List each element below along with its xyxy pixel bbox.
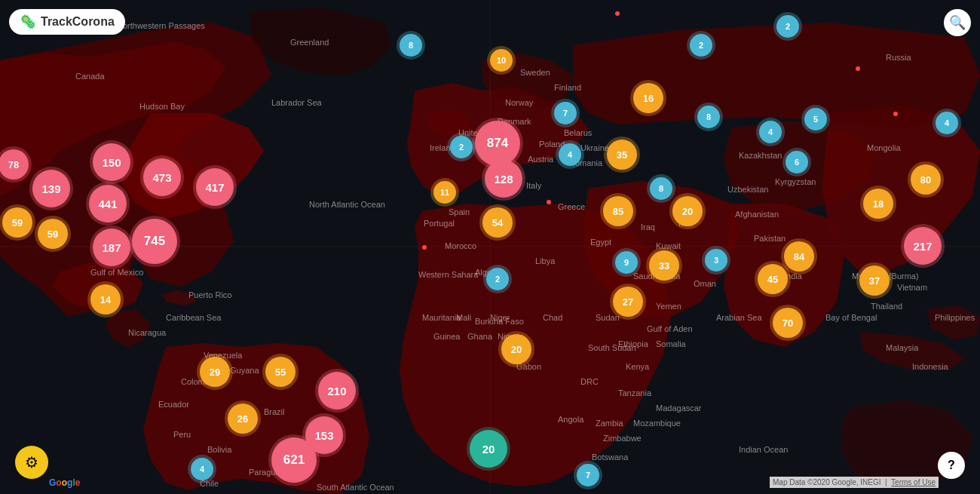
cluster-marker[interactable]: 20 xyxy=(672,196,703,226)
cluster-marker[interactable]: 33 xyxy=(649,250,679,281)
cluster-marker[interactable]: 27 xyxy=(613,287,643,317)
footer-text: Map Data ©2020 Google, INEGI | Terms of … xyxy=(770,477,939,488)
cluster-marker[interactable]: 20 xyxy=(470,430,507,468)
cluster-marker[interactable]: 217 xyxy=(904,227,942,265)
cluster-marker[interactable]: 45 xyxy=(758,264,788,294)
cluster-marker[interactable]: 187 xyxy=(93,229,130,266)
map-container: CanadaHudson BayLabrador SeaGreenlandNor… xyxy=(0,0,980,494)
search-button[interactable]: 🔍 xyxy=(944,9,971,36)
cluster-marker[interactable]: 441 xyxy=(89,185,127,222)
cluster-marker[interactable]: 2 xyxy=(486,268,509,290)
cluster-marker[interactable]: 29 xyxy=(200,357,230,387)
cluster-marker[interactable]: 11 xyxy=(433,181,456,204)
cluster-marker[interactable]: 59 xyxy=(38,219,68,249)
cluster-marker[interactable]: 6 xyxy=(786,151,808,173)
help-button[interactable]: ? xyxy=(938,452,965,479)
cluster-marker[interactable]: 9 xyxy=(615,251,638,274)
cluster-marker[interactable]: 85 xyxy=(603,196,633,226)
cluster-marker[interactable]: 745 xyxy=(132,219,177,264)
cluster-marker[interactable]: 70 xyxy=(773,308,803,338)
cluster-marker[interactable]: 4 xyxy=(559,143,581,166)
red-dot xyxy=(856,66,860,71)
cluster-marker[interactable]: 7 xyxy=(577,464,599,486)
cluster-marker[interactable]: 473 xyxy=(143,158,181,196)
settings-icon: ⚙ xyxy=(25,453,38,471)
cluster-marker[interactable]: 54 xyxy=(482,207,513,238)
cluster-marker[interactable]: 150 xyxy=(93,143,130,181)
cluster-marker[interactable]: 874 xyxy=(475,121,520,166)
search-icon: 🔍 xyxy=(949,14,966,31)
cluster-marker[interactable]: 4 xyxy=(759,121,782,143)
cluster-marker[interactable]: 80 xyxy=(911,164,941,195)
logo-text: TrackCorona xyxy=(41,15,115,29)
cluster-marker[interactable]: 35 xyxy=(607,140,637,170)
cluster-marker[interactable]: 4 xyxy=(936,112,958,134)
cluster-marker[interactable]: 2 xyxy=(776,15,799,38)
cluster-marker[interactable]: 14 xyxy=(90,284,121,315)
cluster-marker[interactable]: 4 xyxy=(191,458,213,480)
cluster-marker[interactable]: 16 xyxy=(633,83,663,113)
cluster-marker[interactable]: 8 xyxy=(697,106,720,128)
cluster-marker[interactable]: 210 xyxy=(318,372,356,410)
settings-button[interactable]: ⚙ xyxy=(15,446,48,479)
help-icon: ? xyxy=(948,459,955,472)
red-dot xyxy=(422,245,427,250)
cluster-marker[interactable]: 621 xyxy=(271,437,317,483)
cluster-marker[interactable]: 20 xyxy=(501,334,531,364)
cluster-marker[interactable]: 5 xyxy=(804,108,827,130)
cluster-marker[interactable]: 417 xyxy=(196,168,234,206)
cluster-marker[interactable]: 7 xyxy=(554,102,577,124)
cluster-marker[interactable]: 2 xyxy=(450,136,473,158)
terms-of-use[interactable]: Terms of Use xyxy=(891,478,936,486)
logo[interactable]: 🦠 TrackCorona xyxy=(9,9,125,35)
map-data-text: Map Data ©2020 Google, INEGI xyxy=(773,478,881,486)
logo-icon: 🦠 xyxy=(20,14,36,30)
cluster-marker[interactable]: 139 xyxy=(32,170,70,207)
cluster-marker[interactable]: 128 xyxy=(485,160,522,198)
red-dot xyxy=(615,11,620,16)
cluster-marker[interactable]: 3 xyxy=(705,249,727,272)
cluster-marker[interactable]: 8 xyxy=(650,177,672,200)
red-dot xyxy=(893,112,898,116)
cluster-marker[interactable]: 8 xyxy=(400,34,422,57)
google-logo: Google xyxy=(49,477,80,488)
cluster-marker[interactable]: 10 xyxy=(490,49,513,72)
cluster-marker[interactable]: 37 xyxy=(859,265,890,296)
red-dot xyxy=(547,200,551,204)
cluster-marker[interactable]: 26 xyxy=(228,403,258,434)
cluster-marker[interactable]: 2 xyxy=(690,34,712,57)
cluster-marker[interactable]: 59 xyxy=(2,207,32,238)
cluster-marker[interactable]: 84 xyxy=(784,241,814,272)
cluster-marker[interactable]: 18 xyxy=(863,189,893,219)
cluster-marker[interactable]: 55 xyxy=(265,357,296,387)
